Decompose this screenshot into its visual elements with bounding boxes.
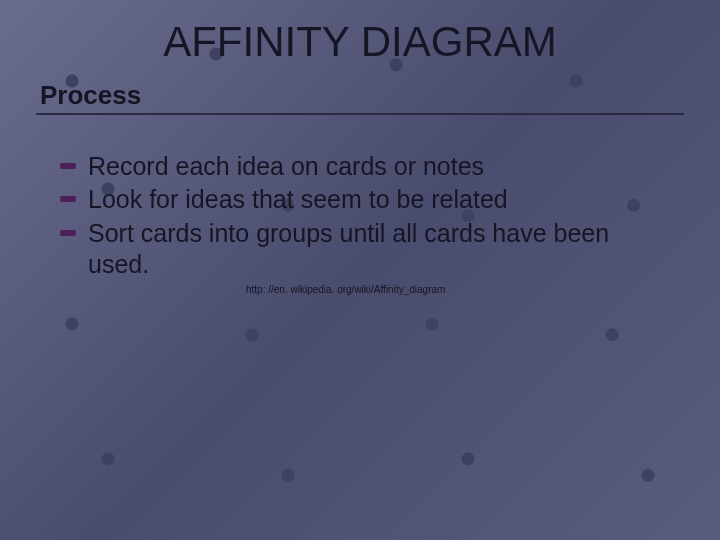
slide: AFFINITY DIAGRAM Process Record each ide… bbox=[0, 0, 720, 540]
slide-title: AFFINITY DIAGRAM bbox=[36, 18, 684, 66]
citation-text: http: //en. wikipedia. org/wiki/Affinity… bbox=[246, 284, 684, 295]
list-item: Record each idea on cards or notes bbox=[84, 151, 664, 182]
list-item: Look for ideas that seem to be related bbox=[84, 184, 664, 215]
slide-subhead: Process bbox=[40, 80, 684, 111]
bullet-list: Record each idea on cards or notes Look … bbox=[84, 151, 664, 280]
divider bbox=[36, 113, 684, 115]
list-item: Sort cards into groups until all cards h… bbox=[84, 218, 664, 281]
